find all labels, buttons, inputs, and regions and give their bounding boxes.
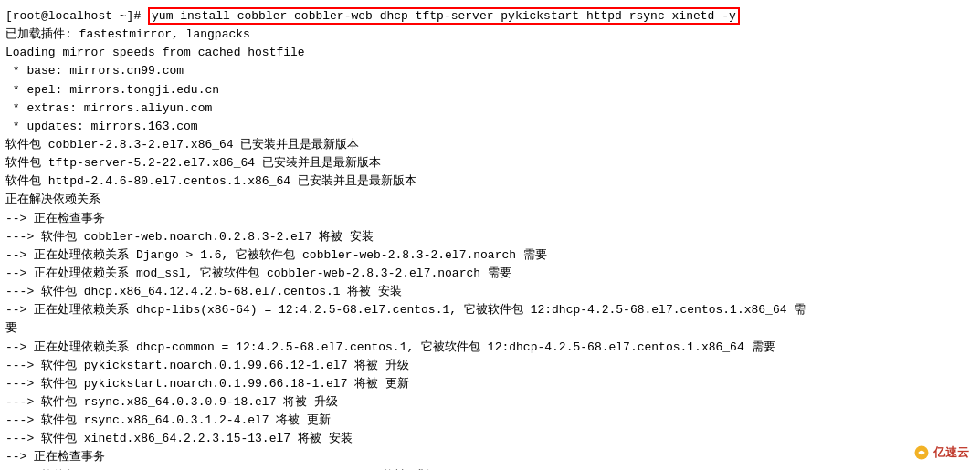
terminal-line: ---> 软件包 rsync.x86_64.0.3.1.2-4.el7 将被 更…: [5, 412, 975, 430]
watermark-icon: [913, 444, 930, 461]
terminal-line: * extras: mirrors.aliyun.com: [5, 99, 975, 118]
terminal-line: ---> 软件包 rsync.x86_64.0.3.0.9-18.el7 将被 …: [5, 393, 975, 412]
terminal-line: * updates: mirrors.163.com: [5, 118, 975, 136]
terminal-line: 软件包 tftp-server-5.2-22.el7.x86_64 已安装并且是…: [5, 154, 975, 172]
terminal-line: 要: [5, 319, 975, 338]
terminal-line: --> 正在处理依赖关系 Django > 1.6, 它被软件包 cobbler…: [5, 246, 975, 265]
terminal-line: ---> 软件包 xinetd.x86_64.2.2.3.15-13.el7 将…: [5, 430, 975, 448]
terminal-line: ---> 软件包 dhcp.x86_64.12.4.2.5-68.el7.cen…: [5, 283, 975, 301]
watermark-text: 亿速云: [933, 444, 969, 461]
terminal-window: [root@localhost ~]# yum install cobbler …: [0, 0, 980, 470]
terminal-line: 已加载插件: fastestmirror, langpacks: [5, 26, 975, 44]
terminal-line: Loading mirror speeds from cached hostfi…: [5, 44, 975, 62]
terminal-line: * epel: mirrors.tongji.edu.cn: [5, 81, 975, 99]
terminal-line: --> 正在处理依赖关系 dhcp-libs(x86-64) = 12:4.2.…: [5, 301, 975, 319]
terminal-line: --> 正在处理依赖关系 mod_ssl, 它被软件包 cobbler-web-…: [5, 265, 975, 283]
watermark: 亿速云: [913, 444, 969, 461]
terminal-line: 软件包 cobbler-2.8.3-2.el7.x86_64 已安装并且是最新版…: [5, 136, 975, 154]
terminal-line: [root@localhost ~]# yum install cobbler …: [5, 7, 975, 26]
terminal-line: ---> 软件包 cobbler-web.noarch.0.2.8.3-2.el…: [5, 228, 975, 246]
terminal-line: ---> 软件包 pykickstart.noarch.0.1.99.66.18…: [5, 375, 975, 393]
terminal-line: 软件包 httpd-2.4.6-80.el7.centos.1.x86_64 已…: [5, 172, 975, 191]
terminal-line: --> 正在检查事务: [5, 210, 975, 228]
terminal-line: --> 正在检查事务: [5, 448, 975, 466]
terminal-line: --> 正在处理依赖关系 dhcp-common = 12:4.2.5-68.e…: [5, 339, 975, 357]
terminal-line: * base: mirrors.cn99.com: [5, 62, 975, 80]
terminal-line: 正在解决依赖关系: [5, 191, 975, 209]
terminal-line: ---> 软件包 dhcp-common.x86_64.12.4.2.5-58.…: [5, 467, 975, 470]
terminal-line: ---> 软件包 pykickstart.noarch.0.1.99.66.12…: [5, 357, 975, 375]
terminal-prompt: [root@localhost ~]#: [5, 9, 148, 23]
terminal-command: yum install cobbler cobbler-web dhcp tft…: [148, 7, 740, 25]
